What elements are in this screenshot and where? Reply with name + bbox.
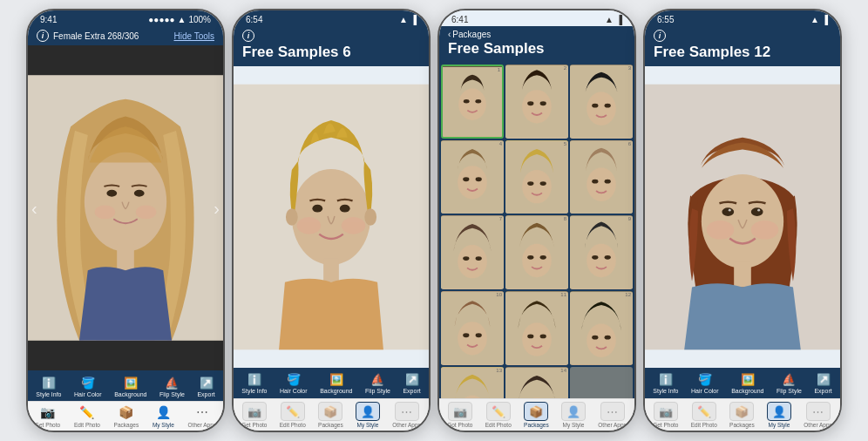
tab-my-style-3[interactable]: 👤 My Style: [561, 402, 586, 428]
svg-rect-6: [117, 245, 134, 270]
back-button[interactable]: ‹ Packages: [448, 30, 626, 39]
tab-get-photo-1[interactable]: 📷 Get Photo: [35, 404, 60, 428]
background-label-1: Background: [114, 391, 146, 397]
packages-box-3: 📦: [524, 402, 548, 421]
chevron-right-btn[interactable]: ›: [214, 198, 220, 218]
tab-my-style-4[interactable]: 👤 My Style: [767, 402, 791, 428]
hair-cell-12[interactable]: 12: [570, 291, 633, 365]
hair-cell-8[interactable]: 8: [505, 215, 568, 289]
style-info-btn-1[interactable]: ℹ️ Style Info: [33, 374, 64, 399]
tab-packages-1[interactable]: 📦 Packages: [114, 404, 139, 428]
status-icons-3: ▲ ▐: [605, 15, 622, 24]
svg-rect-68: [505, 367, 568, 398]
status-bar-1: 9:41 ●●●●● ▲ 100%: [28, 10, 223, 26]
svg-point-30: [463, 177, 469, 181]
hair-cell-3[interactable]: 3: [570, 64, 633, 139]
edit-photo-box-2: ✏️: [281, 402, 305, 421]
svg-point-3: [134, 190, 145, 197]
hair-cell-10[interactable]: 10: [441, 291, 504, 365]
style-info-btn-4[interactable]: ℹ️ Style Info: [650, 370, 681, 396]
tab-packages-2[interactable]: 📦 Packages: [318, 402, 343, 428]
export-btn-4[interactable]: ↗️ Export: [811, 370, 834, 396]
tab-other-apps-2[interactable]: ⋯ Other Apps: [392, 402, 421, 428]
get-photo-box-2: 📷: [242, 402, 267, 421]
my-style-tab-label-2: My Style: [357, 422, 379, 428]
svg-point-14: [286, 208, 298, 226]
hide-tools-btn[interactable]: Hide Tools: [173, 31, 214, 41]
cell-num-9: 9: [628, 216, 631, 221]
phone1-main-photo: ‹ ›: [28, 45, 223, 370]
svg-point-79: [757, 209, 760, 212]
hair-color-btn-1[interactable]: 🪣 Hair Color: [71, 374, 105, 399]
tab-get-photo-2[interactable]: 📷 Get Photo: [241, 402, 267, 428]
hair-cell-2[interactable]: 2: [505, 64, 568, 139]
hair-cell-5[interactable]: 5: [505, 140, 568, 214]
tab-got-photo-3[interactable]: 📷 Got Photo: [447, 402, 472, 428]
tab-other-apps-1[interactable]: ⋯ Other Apps: [188, 404, 217, 428]
tab-get-photo-4[interactable]: 📷 Get Photo: [653, 402, 678, 428]
svg-point-61: [587, 324, 616, 357]
svg-point-34: [527, 181, 533, 186]
status-bar-3: 6:41 ▲ ▐: [439, 10, 634, 26]
hair-cell-7[interactable]: 7: [441, 215, 504, 289]
cell-num-14: 14: [560, 368, 566, 373]
hair-color-btn-4[interactable]: 🪣 Hair Color: [688, 370, 722, 396]
hair-cell-4[interactable]: 4: [441, 140, 504, 214]
got-photo-box-3: 📷: [448, 402, 472, 421]
cell-num-2: 2: [564, 65, 566, 71]
hair-color-icon: 🪣: [80, 376, 96, 390]
style-info-label-2: Style Info: [241, 388, 267, 394]
svg-point-21: [522, 90, 552, 123]
flip-style-btn-4[interactable]: ⛵ Flip Style: [774, 370, 804, 396]
tab-my-style-2[interactable]: 👤 My Style: [356, 402, 380, 428]
hair-color-btn-2[interactable]: 🪣 Hair Color: [277, 370, 310, 396]
tab-packages-4[interactable]: 📦 Packages: [729, 402, 755, 428]
phone1-header: i Female Extra 268/306 Hide Tools: [28, 26, 223, 45]
flip-style-btn-1[interactable]: ⛵ Flip Style: [157, 374, 187, 399]
svg-point-18: [464, 99, 470, 104]
my-style-box-4: 👤: [767, 402, 791, 421]
woman4-svg: [645, 66, 840, 368]
info-icon-1[interactable]: i: [37, 30, 49, 42]
tab-my-style-1[interactable]: 👤 My Style: [153, 404, 174, 428]
export-btn-2[interactable]: ↗️ Export: [400, 370, 423, 396]
background-btn-4[interactable]: 🖼️ Background: [729, 370, 766, 396]
info-icon-4[interactable]: i: [654, 30, 666, 42]
style-info-btn-2[interactable]: ℹ️ Style Info: [239, 370, 269, 396]
tab-other-apps-3[interactable]: ⋯ Other Apps: [598, 402, 627, 428]
svg-point-1: [85, 153, 166, 252]
hair-cell-9[interactable]: 9: [570, 215, 633, 289]
svg-point-9: [297, 217, 322, 234]
tab-edit-photo-2[interactable]: ✏️ Edit Photo: [280, 402, 306, 428]
tab-edit-photo-4[interactable]: ✏️ Edit Photo: [691, 402, 717, 428]
svg-point-55: [476, 333, 482, 337]
hair-cell-1[interactable]: 1: [441, 64, 504, 139]
svg-point-38: [592, 179, 598, 183]
svg-point-75: [751, 220, 778, 240]
export-btn-1[interactable]: ↗️ Export: [194, 374, 217, 399]
svg-point-27: [605, 104, 611, 108]
tab-packages-3[interactable]: 📦 Packages: [524, 402, 549, 428]
svg-point-25: [587, 92, 616, 126]
edit-photo-tab-label-3: Edit Photo: [485, 422, 512, 428]
battery-icon: 100%: [188, 15, 211, 24]
hair-cell-6[interactable]: 6: [570, 140, 633, 214]
background-btn-2[interactable]: 🖼️ Background: [317, 370, 355, 396]
hair-cell-13[interactable]: 13: [441, 367, 504, 398]
hair-cell-11[interactable]: 11: [505, 291, 568, 365]
phone3-header: ‹ Packages Free Samples: [439, 26, 634, 63]
tab-edit-photo-1[interactable]: ✏️ Edit Photo: [74, 404, 100, 428]
flip-style-btn-2[interactable]: ⛵ Flip Style: [363, 370, 393, 396]
background-btn-1[interactable]: 🖼️ Background: [112, 374, 149, 399]
battery-icon-3: ▐: [616, 15, 622, 24]
info-icon-2[interactable]: i: [242, 30, 254, 42]
tab-other-apps-4[interactable]: ⋯ Other Apps: [804, 402, 832, 428]
svg-point-74: [707, 220, 734, 240]
chevron-left-btn[interactable]: ‹: [31, 198, 37, 218]
export-icon-1: ↗️: [199, 376, 214, 390]
tab-edit-photo-3[interactable]: ✏️ Edit Photo: [485, 402, 512, 428]
hair-cell-14[interactable]: 14: [505, 367, 568, 398]
edit-photo-icon-1: ✏️: [78, 404, 97, 420]
cell-num-6: 6: [628, 141, 631, 146]
info-tool-icon: ℹ️: [41, 376, 57, 390]
